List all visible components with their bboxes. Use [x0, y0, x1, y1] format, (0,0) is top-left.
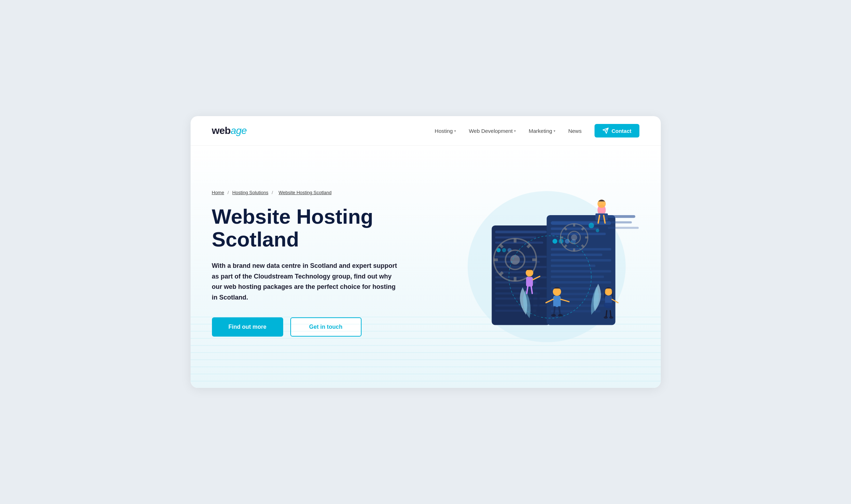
svg-rect-95 [608, 215, 635, 218]
nav-link-marketing[interactable]: Marketing ▾ [529, 128, 555, 134]
svg-point-43 [510, 255, 520, 265]
breadcrumb-separator-1: / [228, 190, 230, 195]
svg-rect-72 [595, 213, 608, 220]
svg-rect-16 [495, 287, 547, 290]
find-out-more-button[interactable]: Find out more [212, 317, 283, 337]
svg-line-48 [500, 245, 503, 248]
svg-point-25 [552, 239, 557, 244]
svg-rect-31 [551, 259, 611, 261]
hero-buttons: Find out more Get in touch [212, 317, 433, 337]
svg-point-87 [558, 314, 563, 317]
svg-line-92 [610, 311, 611, 317]
send-icon [602, 128, 609, 134]
svg-rect-32 [551, 265, 595, 267]
svg-rect-80 [553, 296, 560, 307]
svg-point-86 [551, 314, 556, 317]
nav-label-web-development: Web Development [469, 128, 513, 134]
svg-line-51 [500, 272, 503, 275]
svg-point-89 [604, 288, 612, 295]
chevron-down-icon: ▾ [454, 129, 456, 133]
nav-label-marketing: Marketing [529, 128, 552, 134]
hero-illustration [447, 174, 639, 352]
breadcrumb-current: Website Hosting Scotland [279, 190, 332, 195]
svg-line-60 [582, 245, 584, 247]
nav-item-contact[interactable]: Contact [595, 124, 639, 137]
svg-point-8 [502, 248, 506, 253]
logo[interactable]: webage [212, 125, 247, 136]
svg-point-99 [596, 229, 599, 233]
navbar: webage Hosting ▾ Web Development ▾ Marke… [191, 116, 661, 146]
svg-rect-67 [531, 303, 539, 305]
svg-rect-96 [611, 221, 632, 223]
svg-rect-35 [551, 281, 611, 284]
chevron-down-icon-2: ▾ [514, 129, 516, 133]
svg-line-84 [554, 307, 555, 315]
hero-section: Home / Hosting Solutions / Website Hosti… [191, 146, 661, 388]
svg-line-61 [582, 228, 584, 230]
svg-rect-22 [551, 221, 611, 225]
svg-rect-75 [526, 277, 533, 287]
svg-rect-97 [608, 227, 639, 229]
contact-button[interactable]: Contact [595, 124, 639, 137]
nav-item-web-development[interactable]: Web Development ▾ [469, 128, 516, 134]
nav-link-web-development[interactable]: Web Development ▾ [469, 128, 516, 134]
svg-line-85 [559, 307, 560, 315]
svg-point-93 [603, 316, 608, 319]
hero-content: Home / Hosting Solutions / Website Hosti… [212, 190, 447, 336]
svg-rect-34 [551, 276, 604, 278]
svg-point-76 [525, 269, 533, 276]
breadcrumb-home[interactable]: Home [212, 190, 224, 195]
server-illustration-svg [447, 174, 639, 352]
breadcrumb-separator-2: / [272, 190, 274, 195]
breadcrumb: Home / Hosting Solutions / Website Hosti… [212, 190, 433, 195]
nav-label-news: News [568, 128, 582, 134]
svg-rect-68 [531, 310, 539, 311]
svg-rect-33 [551, 270, 611, 272]
logo-accent: age [230, 125, 247, 136]
nav-item-marketing[interactable]: Marketing ▾ [529, 128, 555, 134]
svg-point-81 [553, 287, 561, 296]
svg-line-50 [527, 245, 530, 248]
svg-point-54 [571, 234, 577, 240]
svg-line-62 [564, 245, 566, 247]
svg-rect-30 [551, 254, 602, 256]
illustration-wrapper [447, 174, 639, 352]
svg-line-59 [564, 228, 566, 230]
contact-label: Contact [612, 128, 632, 134]
hero-title: Website Hosting Scotland [212, 205, 433, 251]
svg-line-91 [606, 311, 607, 317]
breadcrumb-section[interactable]: Hosting Solutions [232, 190, 268, 195]
nav-links: Hosting ▾ Web Development ▾ Marketing ▾ … [435, 124, 639, 137]
chevron-down-icon-3: ▾ [554, 129, 555, 133]
nav-item-news[interactable]: News [568, 128, 582, 134]
nav-link-news[interactable]: News [568, 128, 582, 134]
main-card: webage Hosting ▾ Web Development ▾ Marke… [191, 116, 661, 388]
svg-point-98 [588, 223, 594, 228]
nav-item-hosting[interactable]: Hosting ▾ [435, 128, 456, 134]
svg-rect-69 [531, 316, 539, 318]
svg-point-94 [609, 316, 613, 319]
hero-description: With a brand new data centre in Scotland… [212, 261, 397, 303]
nav-label-hosting: Hosting [435, 128, 453, 134]
svg-rect-66 [531, 296, 539, 298]
svg-rect-10 [495, 256, 547, 258]
svg-rect-4 [495, 230, 547, 233]
get-in-touch-button[interactable]: Get in touch [290, 317, 362, 337]
nav-link-hosting[interactable]: Hosting ▾ [435, 128, 456, 134]
